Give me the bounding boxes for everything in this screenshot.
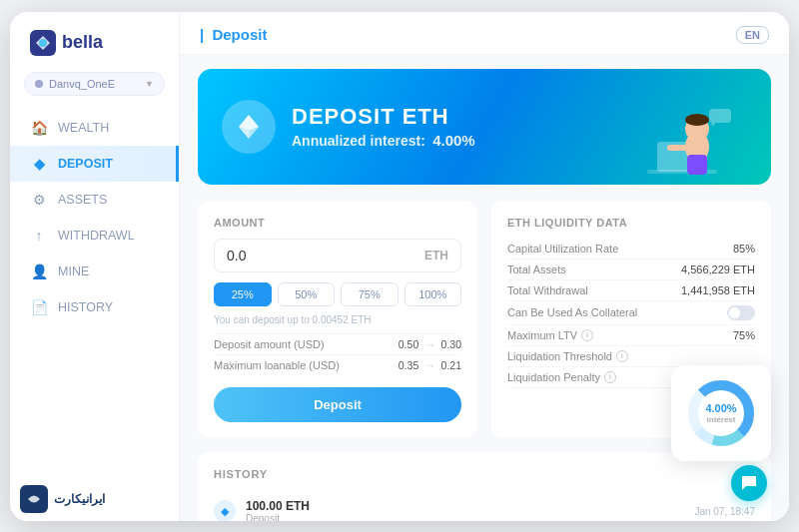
info-icon[interactable]: i [604, 371, 616, 383]
liq-label-5: Liquidation Thresholdi [507, 350, 628, 362]
user-badge[interactable]: Danvq_OneE ▼ [24, 72, 165, 96]
chat-fab-button[interactable] [731, 465, 767, 501]
info-icon[interactable]: i [616, 350, 628, 362]
history-items: ◆ 100.00 ETH Deposit Jan 07, 18:47 ◆ 100… [214, 492, 755, 521]
svg-rect-11 [709, 109, 731, 123]
history-type-icon-0: ◆ [214, 500, 236, 521]
nav-label-history: HISTORY [58, 300, 113, 314]
chart-pct: 4.00% [705, 401, 736, 414]
liquidity-row-3: Can Be Used As Collateral [507, 301, 755, 325]
page-header: | Deposit EN [180, 12, 789, 55]
liq-label-6: Liquidation Penaltyi [507, 371, 616, 383]
logo-icon [30, 30, 56, 56]
liq-val-2: 1,441,958 ETH [681, 284, 755, 296]
liq-label-1: Total Assets [507, 264, 566, 275]
amount-card-title: Amount [214, 217, 461, 229]
sidebar-item-mine[interactable]: 👤 MINE [10, 254, 179, 289]
liquidity-title: ETH liquidity data [507, 217, 755, 229]
interest-label: Annualized interest: [292, 133, 425, 149]
deposit-button[interactable]: Deposit [214, 387, 461, 422]
liquidity-row-5: Liquidation Thresholdi [507, 346, 755, 367]
sidebar-item-withdrawl[interactable]: ↑ WITHDRAWL [10, 218, 179, 254]
pct-btn-50[interactable]: 50% [278, 282, 336, 306]
chevron-down-icon: ▼ [145, 79, 154, 89]
interest-value: 4.00% [432, 132, 475, 149]
nav-icon-history: 📄 [30, 299, 48, 315]
liq-val-4: 75% [733, 329, 755, 341]
user-name: Danvq_OneE [49, 78, 115, 90]
footer-brand: ایرانیکارت [20, 485, 105, 513]
lang-selector[interactable]: EN [736, 26, 769, 44]
ethereum-icon [233, 111, 265, 143]
app-container: bella Danvq_OneE ▼ 🏠 WEALTH◆ DEPOSIT⚙ AS… [10, 12, 789, 521]
nav-icon-deposit: ◆ [30, 156, 48, 172]
history-info-0: 100.00 ETH Deposit [246, 499, 684, 521]
sidebar: bella Danvq_OneE ▼ 🏠 WEALTH◆ DEPOSIT⚙ AS… [10, 12, 180, 521]
liq-val-0: 85% [733, 243, 755, 255]
sidebar-item-wealth[interactable]: 🏠 WEALTH [10, 110, 179, 146]
amount-input[interactable] [227, 248, 424, 264]
pct-btn-75[interactable]: 75% [341, 282, 399, 306]
eth-icon-circle [222, 100, 276, 154]
hero-illustration [627, 87, 747, 167]
liquidity-row-2: Total Withdrawal1,441,958 ETH [507, 280, 755, 301]
history-card: HISTORY › ◆ 100.00 ETH Deposit Jan 07, 1… [198, 452, 771, 521]
sidebar-item-deposit[interactable]: ◆ DEPOSIT [10, 146, 179, 182]
history-type-0: Deposit [246, 513, 684, 521]
floating-chart-card: 4.00% interest [671, 365, 771, 461]
deposit-amount-label: Deposit amount (USD) [214, 338, 325, 350]
hero-banner: DEPOSIT ETH Annualized interest: 4.00% [198, 69, 771, 185]
iranycart-icon [25, 490, 43, 508]
nav-label-assets: ASSETS [58, 193, 107, 207]
nav-icon-mine: 👤 [30, 264, 48, 279]
nav-icon-wealth: 🏠 [30, 120, 48, 136]
percent-buttons: 25% 50% 75% 100% [214, 282, 461, 306]
sidebar-item-assets[interactable]: ⚙ ASSETS [10, 182, 179, 218]
sidebar-item-history[interactable]: 📄 HISTORY [10, 289, 179, 325]
liq-val-1: 4,566,229 ETH [681, 264, 755, 275]
pct-btn-100[interactable]: 100% [404, 282, 462, 306]
page-title: | Deposit [200, 26, 271, 43]
liq-label-4: Maximum LTVi [507, 329, 593, 341]
deposit-amount-row: Deposit amount (USD) 0.50 → 0.30 [214, 333, 461, 354]
brand-logo-icon [20, 485, 48, 513]
max-loanable-row: Maximum loanable (USD) 0.35 → 0.21 [214, 354, 461, 375]
history-date-0: Jan 07, 18:47 [694, 506, 755, 517]
chat-icon [740, 474, 758, 492]
hero-interest: Annualized interest: 4.00% [292, 132, 475, 149]
user-status-dot [35, 80, 43, 88]
chart-label: interest [705, 414, 736, 424]
nav-menu: 🏠 WEALTH◆ DEPOSIT⚙ ASSETS↑ WITHDRAWL👤 MI… [10, 110, 179, 325]
page-title-icon: | [200, 26, 204, 43]
liquidity-row-0: Capital Utilization Rate85% [507, 239, 755, 260]
svg-rect-8 [687, 155, 707, 175]
info-icon[interactable]: i [581, 329, 593, 341]
amount-unit: ETH [424, 249, 448, 263]
svg-point-1 [39, 39, 47, 47]
history-amount-0: 100.00 ETH [246, 499, 684, 513]
liq-label-3: Can Be Used As Collateral [507, 305, 637, 320]
hero-title: DEPOSIT ETH [292, 104, 475, 130]
collateral-toggle[interactable] [727, 305, 755, 320]
hero-left: DEPOSIT ETH Annualized interest: 4.00% [222, 100, 475, 154]
pct-btn-25[interactable]: 25% [214, 282, 272, 306]
max-loanable-val: 0.35 → 0.21 [399, 359, 461, 371]
nav-label-deposit: DEPOSIT [58, 157, 113, 171]
svg-rect-13 [667, 145, 689, 151]
hero-text: DEPOSIT ETH Annualized interest: 4.00% [292, 104, 475, 149]
nav-icon-assets: ⚙ [30, 192, 48, 208]
nav-label-withdrawl: WITHDRAWL [58, 229, 135, 243]
svg-point-10 [685, 114, 709, 126]
logo-text: bella [62, 32, 103, 53]
amount-input-wrap[interactable]: ETH [214, 239, 461, 272]
max-loanable-label: Maximum loanable (USD) [214, 359, 340, 371]
nav-icon-withdrawl: ↑ [30, 228, 48, 244]
deposit-amount-val: 0.50 → 0.30 [399, 338, 461, 350]
history-title: HISTORY [214, 468, 268, 480]
history-item-0: ◆ 100.00 ETH Deposit Jan 07, 18:47 [214, 492, 755, 521]
character-illustration [627, 87, 737, 177]
donut-chart: 4.00% interest [685, 377, 757, 449]
nav-label-mine: MINE [58, 265, 89, 278]
amount-card: Amount ETH 25% 50% 75% 100% You can depo… [198, 201, 477, 438]
liq-label-2: Total Withdrawal [507, 284, 588, 296]
